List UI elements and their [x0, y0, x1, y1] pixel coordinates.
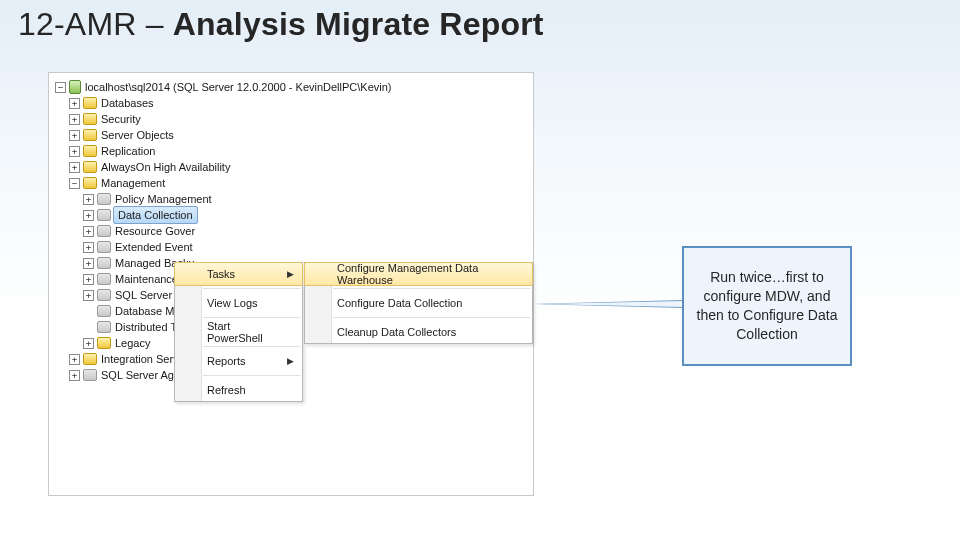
menu-item-cleanup-data-collectors[interactable]: Cleanup Data Collectors: [305, 321, 532, 343]
expand-icon[interactable]: +: [69, 370, 80, 381]
menu-label: Configure Data Collection: [337, 297, 462, 309]
collapse-icon[interactable]: −: [69, 178, 80, 189]
menu-separator: [333, 288, 530, 289]
title-prefix: 12-AMR –: [18, 6, 173, 42]
expand-icon[interactable]: +: [83, 210, 94, 221]
tree-node[interactable]: +Security: [55, 111, 527, 127]
tree-label: Management: [101, 175, 165, 191]
expand-icon[interactable]: +: [83, 258, 94, 269]
menu-separator: [203, 346, 300, 347]
folder-icon: [97, 337, 111, 349]
tree-node[interactable]: +Server Objects: [55, 127, 527, 143]
expand-icon[interactable]: +: [69, 162, 80, 173]
menu-label: Start PowerShell: [207, 320, 278, 344]
menu-label: Tasks: [207, 268, 235, 280]
menu-item-reports[interactable]: Reports▶: [175, 350, 302, 372]
folder-icon: [83, 145, 97, 157]
menu-item-configure-mdw[interactable]: Configure Management Data Warehouse: [304, 262, 533, 286]
tree-server-root[interactable]: − localhost\sql2014 (SQL Server 12.0.200…: [55, 79, 527, 95]
folder-icon: [83, 113, 97, 125]
menu-item-refresh[interactable]: Refresh: [175, 379, 302, 401]
expand-icon[interactable]: +: [69, 114, 80, 125]
tree-label: Replication: [101, 143, 155, 159]
tree-label: AlwaysOn High Availability: [101, 159, 230, 175]
item-icon: [97, 241, 111, 253]
menu-separator: [203, 375, 300, 376]
menu-item-configure-data-collection[interactable]: Configure Data Collection: [305, 292, 532, 314]
expand-icon[interactable]: +: [83, 194, 94, 205]
tree-node[interactable]: +Resource Gover: [55, 223, 527, 239]
tree-label: Legacy: [115, 335, 150, 351]
expand-icon[interactable]: +: [83, 242, 94, 253]
tree-label: Security: [101, 111, 141, 127]
expand-icon[interactable]: +: [83, 290, 94, 301]
tree-label: Resource Gover: [115, 223, 195, 239]
menu-label: View Logs: [207, 297, 258, 309]
agent-icon: [83, 369, 97, 381]
context-menu-primary: Tasks▶ View Logs Start PowerShell Report…: [174, 262, 303, 402]
tree-node-management[interactable]: −Management: [55, 175, 527, 191]
item-icon: [97, 193, 111, 205]
expand-icon[interactable]: +: [83, 274, 94, 285]
menu-label: Configure Management Data Warehouse: [337, 262, 508, 286]
tree-node[interactable]: +Databases: [55, 95, 527, 111]
item-icon: [97, 273, 111, 285]
tree-label: Extended Event: [115, 239, 193, 255]
tree-node[interactable]: +AlwaysOn High Availability: [55, 159, 527, 175]
menu-item-start-powershell[interactable]: Start PowerShell: [175, 321, 302, 343]
menu-separator: [203, 317, 300, 318]
tree-label-selected: Data Collection: [113, 206, 198, 224]
submenu-arrow-icon: ▶: [287, 356, 294, 366]
expand-icon[interactable]: +: [69, 130, 80, 141]
menu-label: Reports: [207, 355, 246, 367]
expand-icon[interactable]: +: [83, 226, 94, 237]
title-bold: Analysis Migrate Report: [173, 6, 544, 42]
item-icon: [97, 289, 111, 301]
submenu-arrow-icon: ▶: [287, 269, 294, 279]
annotation-callout: Run twice…first to configure MDW, and th…: [682, 246, 852, 366]
expand-icon[interactable]: +: [69, 98, 80, 109]
tree-node-data-collection[interactable]: +Data Collection: [55, 207, 527, 223]
item-icon: [97, 225, 111, 237]
item-icon: [97, 305, 111, 317]
menu-separator: [203, 288, 300, 289]
tree-label: Server Objects: [101, 127, 174, 143]
item-icon: [97, 321, 111, 333]
menu-item-view-logs[interactable]: View Logs: [175, 292, 302, 314]
tree-node[interactable]: +Extended Event: [55, 239, 527, 255]
expand-icon[interactable]: +: [83, 338, 94, 349]
folder-icon: [83, 177, 97, 189]
tree-node[interactable]: +Policy Management: [55, 191, 527, 207]
context-menu-tasks-submenu: Configure Management Data Warehouse Conf…: [304, 262, 533, 344]
menu-item-tasks[interactable]: Tasks▶: [174, 262, 303, 286]
tree-node[interactable]: +Replication: [55, 143, 527, 159]
item-icon: [97, 257, 111, 269]
menu-separator: [333, 317, 530, 318]
slide-title: 12-AMR – Analysis Migrate Report: [18, 6, 544, 43]
tree-label: localhost\sql2014 (SQL Server 12.0.2000 …: [85, 79, 392, 95]
menu-label: Refresh: [207, 384, 246, 396]
collapse-icon[interactable]: −: [55, 82, 66, 93]
menu-label: Cleanup Data Collectors: [337, 326, 456, 338]
folder-icon: [83, 129, 97, 141]
callout-text: Run twice…first to configure MDW, and th…: [694, 268, 840, 344]
callout-arrow-fill: [540, 301, 684, 307]
expand-icon[interactable]: +: [69, 354, 80, 365]
tree-label: Databases: [101, 95, 154, 111]
folder-icon: [83, 353, 97, 365]
item-icon: [97, 209, 111, 221]
folder-icon: [83, 97, 97, 109]
folder-icon: [83, 161, 97, 173]
tree-label: Policy Management: [115, 191, 212, 207]
expand-icon[interactable]: +: [69, 146, 80, 157]
server-icon: [69, 80, 81, 94]
